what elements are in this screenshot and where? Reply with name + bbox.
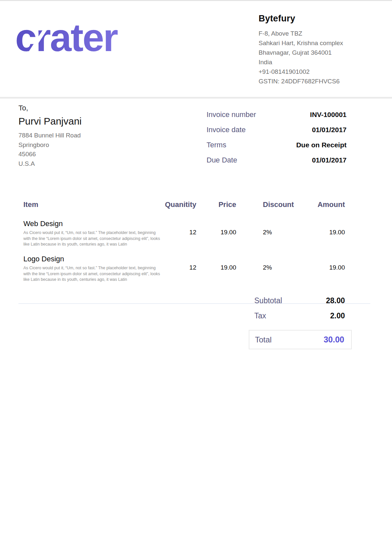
company-address: F-8, Above TBZ Sahkari Hart, Krishna com…	[259, 29, 367, 86]
due-date-label: Due Date	[207, 156, 237, 164]
company-info-block: Bytefury F-8, Above TBZ Sahkari Hart, Kr…	[259, 14, 367, 86]
terms-label: Terms	[207, 141, 226, 149]
customer-address-line: 45066	[18, 150, 157, 159]
invoice-date-value: 01/01/2017	[312, 126, 347, 134]
terms-row: Terms Due on Receipt	[207, 141, 347, 149]
total-label: Total	[255, 335, 272, 344]
item-description: As Cicero would put it, “Um, not so fast…	[23, 265, 161, 283]
customer-address: 7884 Bunnel Hill Road Springboro 45066 U…	[18, 131, 157, 168]
column-header-item: Item	[23, 200, 163, 209]
customer-address-line: U.S.A	[18, 159, 157, 169]
invoice-page: crater Bytefury F-8, Above TBZ Sahkari H…	[0, 0, 392, 555]
company-phone: +91-08141901002	[259, 67, 367, 76]
item-price: 19.00	[197, 229, 236, 236]
item-name: Logo Design	[23, 255, 163, 263]
invoice-date-label: Invoice date	[207, 126, 246, 134]
item-price: 19.00	[197, 264, 236, 271]
company-address-line: India	[259, 57, 367, 67]
column-header-price: Price	[197, 200, 236, 209]
invoice-header: crater Bytefury F-8, Above TBZ Sahkari H…	[0, 1, 392, 99]
tax-row: Tax 2.00	[249, 311, 352, 320]
table-row: Logo Design As Cicero would put it, “Um,…	[18, 255, 370, 282]
invoice-number-value: INV-100001	[310, 111, 347, 119]
item-description: As Cicero would put it, “Um, not so fast…	[23, 230, 161, 248]
invoice-number-label: Invoice number	[207, 110, 256, 119]
column-header-quantity: Quanitity	[163, 200, 196, 209]
item-amount: 19.00	[289, 264, 345, 271]
customer-name: Purvi Panjvani	[18, 116, 157, 127]
invoice-meta-block: Invoice number INV-100001 Invoice date 0…	[207, 110, 347, 171]
subtotal-label: Subtotal	[254, 296, 282, 305]
invoice-date-row: Invoice date 01/01/2017	[207, 126, 347, 134]
due-date-row: Due Date 01/01/2017	[207, 156, 347, 164]
items-table-header: Item Quanitity Price Discount Amount	[18, 200, 370, 210]
bill-to-block: To, Purvi Panjvani 7884 Bunnel Hill Road…	[18, 104, 157, 168]
item-quantity: 12	[163, 229, 196, 236]
total-value: 30.00	[323, 335, 344, 344]
item-amount: 19.00	[289, 229, 345, 236]
item-name: Web Design	[23, 219, 163, 228]
item-quantity: 12	[163, 264, 196, 271]
items-table: Item Quanitity Price Discount Amount Web…	[18, 200, 370, 304]
totals-block: Subtotal 28.00 Tax 2.00 Total 30.00	[249, 296, 352, 349]
total-row: Total 30.00	[249, 330, 352, 349]
company-address-line: Bhavnagar, Gujrat 364001	[259, 48, 367, 57]
company-name: Bytefury	[259, 14, 367, 24]
subtotal-row: Subtotal 28.00	[249, 296, 352, 305]
subtotal-value: 28.00	[326, 296, 345, 305]
invoice-number-row: Invoice number INV-100001	[207, 110, 347, 119]
terms-value: Due on Receipt	[296, 141, 347, 149]
company-address-line: F-8, Above TBZ	[259, 29, 367, 38]
tax-value: 2.00	[330, 311, 345, 320]
crater-logo: crater	[15, 15, 167, 72]
bill-to-label: To,	[18, 104, 157, 112]
customer-address-line: 7884 Bunnel Hill Road	[18, 131, 157, 140]
table-row: Web Design As Cicero would put it, “Um, …	[18, 219, 370, 247]
tax-label: Tax	[254, 311, 266, 320]
due-date-value: 01/01/2017	[312, 156, 347, 164]
item-cell: Web Design As Cicero would put it, “Um, …	[23, 219, 163, 248]
column-header-amount: Amount	[289, 200, 345, 209]
company-address-line: Sahkari Hart, Krishna complex	[259, 38, 367, 48]
item-cell: Logo Design As Cicero would put it, “Um,…	[23, 255, 163, 283]
customer-address-line: Springboro	[18, 140, 157, 150]
company-gstin: GSTIN: 24DDF7682FHVCS6	[259, 76, 367, 86]
